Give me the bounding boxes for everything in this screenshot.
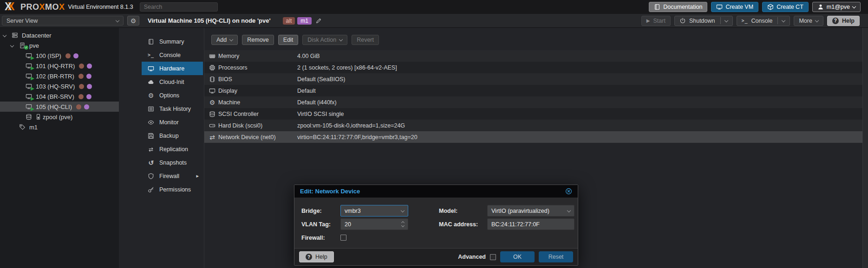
table-row-display[interactable]: Display Default: [204, 85, 862, 96]
dialog-title-bar[interactable]: Edit: Network Device: [294, 185, 578, 198]
tab-snapshots[interactable]: Snapshots: [142, 156, 203, 169]
more-button[interactable]: More: [794, 16, 823, 26]
create-vm-button[interactable]: Create VM: [711, 2, 758, 12]
tab-summary[interactable]: Summary: [142, 35, 203, 48]
remove-button[interactable]: Remove: [242, 35, 274, 45]
running-icon: [31, 75, 34, 81]
disk-action-button[interactable]: Disk Action: [302, 35, 347, 45]
documentation-button[interactable]: Documentation: [649, 2, 707, 12]
cogs-icon: [206, 99, 218, 106]
history-icon: [147, 160, 155, 166]
tab-cloud-init[interactable]: Cloud-Init: [142, 75, 203, 89]
settings-gear-button[interactable]: [127, 16, 139, 26]
tab-monitor[interactable]: Monitor: [142, 115, 203, 129]
table-row-network-device-selected[interactable]: Network Device (net0) virtio=BC:24:11:72…: [204, 131, 862, 143]
tab-backup[interactable]: Backup: [142, 129, 203, 142]
table-row-machine[interactable]: Machine Default (i440fx): [204, 96, 862, 108]
chevron-down-icon: [116, 18, 119, 22]
tree-item-vm-105-selected[interactable]: 105 (HQ-CLI): [0, 102, 119, 112]
power-icon: [679, 18, 686, 24]
vm-nav-menu: Summary Console Hardware Cloud-Init Opti…: [142, 28, 203, 196]
version-label: Virtual Environment 8.1.3: [68, 4, 133, 10]
tree-item-vm-103[interactable]: 103 (HQ-SRV): [0, 81, 119, 91]
edit-network-device-dialog: Edit: Network Device Bridge: vmbr3 Model…: [294, 185, 578, 266]
shutdown-button[interactable]: Shutdown: [674, 16, 733, 26]
tab-task-history[interactable]: Task History: [142, 102, 203, 115]
play-icon: [646, 18, 650, 24]
repeat-icon: [147, 146, 155, 153]
running-icon: [31, 105, 34, 111]
gear-icon: [147, 92, 155, 99]
chevron-down-icon[interactable]: [782, 18, 785, 22]
expander-icon[interactable]: [3, 33, 7, 37]
tag-dot-alt: [76, 104, 81, 109]
advanced-checkbox[interactable]: [490, 254, 496, 260]
help-button[interactable]: Help: [827, 16, 860, 26]
tree-item-zpool[interactable]: zpool (pve): [0, 112, 119, 122]
tab-console[interactable]: Console: [142, 48, 203, 62]
bridge-combobox[interactable]: vmbr3: [340, 205, 408, 217]
tree-item-pool-m1[interactable]: m1: [0, 122, 119, 132]
pencil-icon: [315, 18, 322, 24]
vlan-tag-label: VLAN Tag:: [301, 221, 340, 228]
reset-button[interactable]: Reset: [539, 251, 573, 262]
tree-item-vm-100[interactable]: 100 (ISP): [0, 51, 119, 61]
node-icon: [18, 42, 27, 49]
tree-item-vm-104[interactable]: 104 (BR-SRV): [0, 91, 119, 102]
tab-hardware-selected[interactable]: Hardware: [142, 62, 203, 75]
expander-icon[interactable]: [10, 44, 14, 47]
edit-tags-button[interactable]: [315, 18, 322, 24]
search-input[interactable]: [140, 2, 218, 12]
mac-address-field[interactable]: BC:24:11:72:77:0F: [487, 218, 574, 230]
table-row-processors[interactable]: Processors 2 (1 sockets, 2 cores) [x86-6…: [204, 62, 862, 73]
user-menu-button[interactable]: m1@pve: [812, 2, 861, 12]
key-icon: [147, 186, 155, 193]
chevron-down-icon[interactable]: [401, 208, 405, 212]
database-icon: [206, 111, 218, 117]
table-row-scsi-controller[interactable]: SCSI Controller VirtIO SCSI single: [204, 108, 862, 120]
ok-button[interactable]: OK: [500, 251, 535, 262]
table-row-bios[interactable]: BIOS Default (SeaBIOS): [204, 73, 862, 85]
view-selector[interactable]: Server View: [2, 16, 124, 26]
vm-icon: [24, 103, 33, 110]
firewall-checkbox[interactable]: [340, 235, 346, 241]
vm-icon: [24, 52, 33, 59]
chevron-down-icon[interactable]: [567, 208, 571, 212]
running-icon: [31, 64, 34, 70]
tag-dot-alt: [78, 94, 84, 99]
spinner-arrows-icon[interactable]: [402, 222, 404, 227]
tab-options[interactable]: Options: [142, 89, 203, 102]
table-row-hard-disk[interactable]: Hard Disk (scsi0) zpool:vm-105-disk-0,io…: [204, 120, 862, 131]
vlan-tag-stepper[interactable]: 20: [340, 218, 408, 230]
console-button[interactable]: Console: [737, 16, 790, 26]
chevron-down-icon: [815, 18, 819, 22]
start-button[interactable]: Start: [641, 16, 671, 26]
create-ct-button[interactable]: Create CT: [762, 2, 809, 12]
edit-button[interactable]: Edit: [278, 35, 299, 45]
table-row-memory[interactable]: Memory 4.00 GiB: [204, 50, 862, 62]
shield-icon: [147, 173, 155, 179]
monitor-icon: [147, 65, 155, 72]
tree-item-vm-102[interactable]: 102 (BR-RTR): [0, 71, 119, 81]
add-button[interactable]: Add: [211, 35, 238, 45]
close-icon[interactable]: [565, 188, 572, 195]
chevron-down-icon: [852, 5, 856, 8]
chevron-down-icon[interactable]: [724, 18, 728, 22]
tree-item-vm-101[interactable]: 101 (HQ-RTR): [0, 61, 119, 71]
revert-button[interactable]: Revert: [352, 35, 379, 45]
split-divider: [777, 17, 778, 24]
chevron-down-icon: [229, 38, 233, 41]
terminal-icon: [742, 18, 748, 24]
tree-item-pve[interactable]: pve: [0, 40, 119, 51]
tree-item-datacenter[interactable]: Datacenter: [0, 30, 119, 40]
dialog-title: Edit: Network Device: [300, 188, 360, 195]
model-combobox[interactable]: VirtIO (paravirtualized): [487, 205, 574, 217]
vertical-scrollbar[interactable]: [862, 28, 868, 268]
tab-replication[interactable]: Replication: [142, 142, 203, 156]
tab-permissions[interactable]: Permissions: [142, 183, 203, 196]
running-icon: [31, 85, 34, 91]
tab-firewall[interactable]: Firewall: [142, 169, 203, 183]
dialog-help-button[interactable]: Help: [299, 251, 334, 262]
question-icon: [306, 254, 312, 260]
vm-icon: [24, 93, 33, 100]
